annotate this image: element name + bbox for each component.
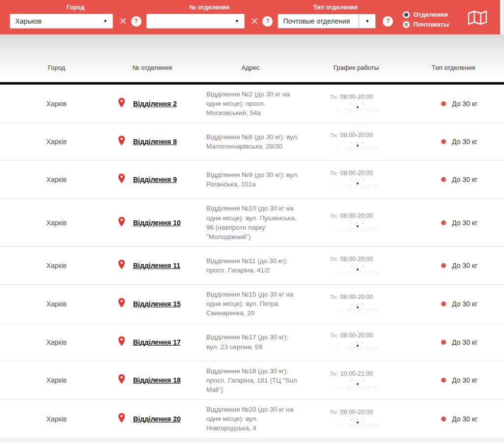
- weight-limit-label: До 30 кг: [452, 138, 477, 146]
- branch-cell: Відділення 15: [113, 298, 192, 310]
- table-row: Харків Відділення 2 Відділення №2 (до 30…: [0, 85, 504, 123]
- schedule-expander[interactable]: · · · Вт:08:00-20:00 ▼: [330, 140, 385, 153]
- branch-link[interactable]: Відділення 8: [133, 138, 177, 146]
- type-cell: До 30 кг: [403, 338, 504, 346]
- radio-branches-label: Отделения: [413, 11, 448, 18]
- schedule-time: 08:00-20:00: [340, 409, 373, 416]
- schedule-expander[interactable]: · · · Вт:08:00-20:00 ▼: [330, 221, 385, 234]
- weight-limit-dot-icon: [441, 301, 446, 306]
- table-row: Харків Відділення 9 Відділення №9 (до 30…: [0, 161, 504, 199]
- schedule-expander[interactable]: · · · Вт:08:00-20:00 ▼: [330, 417, 385, 430]
- address-cell: Відділення №10 (до 30 кг на одне місце):…: [192, 204, 309, 241]
- schedule-preview-time: 08:00-20:00: [346, 423, 379, 430]
- city-cell: Харків: [0, 376, 113, 384]
- branch-type-select-arrow[interactable]: ▼: [359, 14, 375, 28]
- bottom-strip: [0, 439, 504, 443]
- branch-cell: Відділення 20: [113, 413, 192, 425]
- schedule-expander[interactable]: · · · Вт:10:00-21:00 ▼: [330, 379, 385, 392]
- column-header-branch-number: № отделения: [113, 64, 192, 82]
- schedule-day-label: Пн:: [330, 133, 338, 138]
- branch-link[interactable]: Відділення 11: [133, 262, 180, 269]
- map-pin-icon[interactable]: [118, 413, 125, 425]
- schedule-expander[interactable]: · · · Вт:08:00-20:00 ▼: [330, 264, 385, 277]
- city-select[interactable]: Харьков ▼: [10, 14, 113, 29]
- caret-down-icon: ▼: [356, 421, 360, 425]
- number-clear-icon[interactable]: ✕: [251, 16, 259, 26]
- caret-down-icon: ▼: [356, 225, 360, 229]
- weight-limit-dot-icon: [441, 263, 446, 268]
- type-cell: До 30 кг: [403, 176, 504, 183]
- address-cell: Відділення №2 (до 30 кг на одне місце): …: [192, 90, 309, 118]
- type-cell: До 30 кг: [403, 219, 504, 227]
- weight-limit-label: До 30 кг: [452, 415, 477, 423]
- table-header: Город № отделения Адрес График работы Ти…: [0, 34, 504, 85]
- column-header-address: Адрес: [192, 64, 309, 82]
- caret-down-icon: ▼: [356, 383, 360, 387]
- type-cell: До 30 кг: [403, 300, 504, 308]
- branch-link[interactable]: Відділення 10: [133, 219, 181, 227]
- weight-limit-dot-icon: [441, 417, 446, 421]
- schedule-expander[interactable]: · · · Вт:08:00-20:00 ▼: [330, 178, 385, 191]
- radio-branches[interactable]: Отделения: [403, 11, 449, 18]
- map-pin-icon[interactable]: [118, 374, 125, 387]
- schedule-cell: Пн:08:00-20:00 · · · Вт:08:00-20:00 ▼: [309, 130, 403, 153]
- filter-bar: Город Харьков ▼ ✕ ? № отделения ▼ ✕ ?: [0, 0, 504, 34]
- number-help-icon[interactable]: ?: [262, 16, 273, 27]
- schedule-expander[interactable]: · · · Вт:08:00-20:00 ▼: [330, 102, 385, 115]
- branch-type-select-value: Почтовые отделения: [278, 17, 359, 25]
- schedule-preview-time: 08:00-20:00: [346, 184, 379, 191]
- schedule-cell: Пн:08:00-20:00 · · · Вт:08:00-20:00 ▼: [309, 92, 403, 115]
- radio-selected-icon: [403, 11, 410, 18]
- city-cell: Харків: [0, 415, 113, 423]
- table-row: Харків Відділення 11 Відділення №11 (до …: [0, 247, 504, 285]
- map-pin-icon[interactable]: [118, 135, 125, 148]
- map-view-icon[interactable]: [468, 10, 487, 28]
- schedule-time: 08:00-20:00: [340, 212, 373, 219]
- branch-link[interactable]: Відділення 2: [133, 100, 177, 108]
- schedule-cell: Пн:08:00-20:00 · · · Вт:08:00-20:00 ▼: [309, 168, 403, 191]
- caret-down-icon: ▼: [356, 306, 360, 310]
- schedule-expander[interactable]: · · · Вт:08:00-20:00 ▼: [330, 340, 385, 354]
- branch-link[interactable]: Відділення 15: [133, 300, 181, 308]
- city-help-icon[interactable]: ?: [131, 16, 141, 27]
- caret-down-icon: ▼: [356, 268, 360, 272]
- branch-link[interactable]: Відділення 20: [133, 415, 181, 423]
- schedule-cell: Пн:08:00-20:00 · · · Вт:08:00-20:00 ▼: [309, 292, 403, 315]
- caret-down-icon: ▼: [356, 144, 360, 148]
- schedule-preview-time: 08:00-20:00: [346, 227, 379, 234]
- branch-cell: Відділення 8: [113, 135, 192, 148]
- schedule-time: 08:00-20:00: [340, 256, 373, 263]
- branch-number-select[interactable]: ▼: [146, 14, 245, 29]
- map-pin-icon[interactable]: [118, 336, 125, 349]
- address-cell: Відділення №8 (до 30 кг): вул. Малогонча…: [192, 132, 309, 151]
- schedule-preview-day: Вт:: [336, 271, 343, 276]
- map-pin-icon[interactable]: [118, 298, 125, 310]
- table-row: Харків Відділення 15 Відділення №15 (до …: [0, 285, 504, 323]
- schedule-preview-day: Вт:: [336, 109, 343, 114]
- table-row: Харків Відділення 17 Відділення №17 (до …: [0, 324, 504, 361]
- type-cell: До 30 кг: [403, 100, 504, 108]
- radio-postomats[interactable]: Почтоматы: [403, 21, 449, 28]
- weight-limit-dot-icon: [441, 220, 446, 225]
- schedule-time: 10:00-21:00: [340, 370, 373, 377]
- map-pin-icon[interactable]: [118, 97, 125, 110]
- branch-type-select[interactable]: Почтовые отделения ▼: [278, 14, 376, 29]
- map-pin-icon[interactable]: [118, 173, 125, 186]
- branch-finder-page: Город Харьков ▼ ✕ ? № отделения ▼ ✕ ?: [0, 0, 504, 443]
- branch-link[interactable]: Відділення 17: [133, 338, 181, 346]
- schedule-cell: Пн:08:00-20:00 · · · Вт:08:00-20:00 ▼: [309, 211, 403, 234]
- type-help-icon[interactable]: ?: [383, 16, 393, 27]
- weight-limit-dot-icon: [441, 177, 446, 182]
- schedule-time: 08:00-20:00: [340, 132, 373, 139]
- city-clear-icon[interactable]: ✕: [119, 16, 127, 26]
- schedule-expander[interactable]: · · · Вт:08:00-20:00 ▼: [330, 302, 385, 315]
- address-cell: Відділення №18 (до 30 кг): просп. Гагарі…: [192, 366, 309, 394]
- branch-link[interactable]: Відділення 18: [133, 376, 181, 384]
- city-cell: Харків: [0, 176, 113, 183]
- branch-link[interactable]: Відділення 9: [133, 176, 177, 183]
- map-pin-icon[interactable]: [118, 216, 125, 229]
- schedule-day-label: Пн:: [330, 213, 338, 219]
- map-pin-icon[interactable]: [118, 259, 125, 272]
- radio-postomats-label: Почтоматы: [413, 21, 449, 28]
- caret-down-icon: ▼: [356, 182, 360, 186]
